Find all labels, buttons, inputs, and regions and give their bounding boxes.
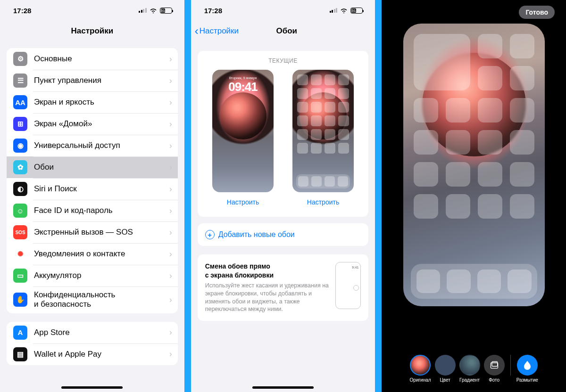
row-icon: ☰: [13, 74, 27, 88]
app-placeholder-icon: [478, 66, 502, 90]
customize-home-button[interactable]: Настроить: [307, 196, 340, 208]
option-color[interactable]: Цвет: [435, 355, 456, 383]
navbar: ‹ Настройки Обои: [191, 21, 375, 41]
row-label: Экран и яркость: [34, 98, 169, 107]
app-placeholder-icon: [414, 162, 438, 187]
app-placeholder-icon: [311, 88, 322, 99]
chevron-right-icon: ›: [169, 98, 172, 107]
settings-row[interactable]: ✋Конфиденциальность и безопасность›: [7, 286, 178, 313]
settings-row[interactable]: ☰Пункт управления›: [7, 70, 178, 91]
lock-screen-preview[interactable]: Вторник, 9 января 09:41: [212, 70, 274, 192]
app-placeholder-icon: [297, 115, 308, 126]
cellular-icon: [330, 8, 338, 13]
page-title: Настройки: [0, 21, 184, 41]
blur-icon: [517, 355, 538, 376]
row-label: Экран «Домой»: [34, 119, 169, 129]
settings-row[interactable]: ◐Siri и Поиск›: [7, 178, 178, 200]
big-dock: [411, 264, 537, 299]
app-placeholder-icon: [510, 194, 534, 219]
row-icon: ✋: [13, 293, 27, 307]
chevron-right-icon: ›: [169, 295, 172, 305]
row-label: Wallet и Apple Pay: [34, 350, 169, 359]
settings-row[interactable]: ▭Аккумулятор›: [7, 265, 178, 286]
row-icon: ✺: [13, 247, 27, 261]
chevron-right-icon: ›: [169, 327, 172, 337]
settings-row[interactable]: ⊞Экран «Домой»›: [7, 113, 178, 135]
settings-row[interactable]: SOSЭкстренный вызов — SOS›: [7, 221, 178, 243]
app-placeholder-icon: [478, 130, 502, 155]
app-placeholder-icon: [297, 143, 308, 154]
screen-wallpaper-settings: 17:28 31 ‹ Настройки Обои ТЕКУЩИЕ Вторни…: [191, 0, 375, 392]
settings-row[interactable]: ✿Обои›: [7, 156, 178, 178]
settings-row[interactable]: ⚙︎Основные›: [7, 48, 178, 70]
option-blur[interactable]: Размытие: [516, 355, 538, 383]
chevron-right-icon: ›: [169, 271, 172, 281]
app-placeholder-icon: [510, 34, 534, 58]
app-placeholder-icon: [478, 194, 502, 219]
settings-row[interactable]: ✺Уведомления о контакте›: [7, 243, 178, 265]
bottom-options: Оригинал Цвет Градиент Фото Размытие: [382, 355, 566, 383]
app-placeholder-icon: [297, 129, 308, 140]
app-placeholder-icon: [510, 162, 534, 187]
settings-row[interactable]: ◉Универсальный доступ›: [7, 135, 178, 156]
plus-circle-icon: +: [205, 230, 215, 239]
screen-customize-home: Готово Оригинал Цвет Градиент Фото: [382, 0, 566, 392]
app-placeholder-icon: [510, 98, 534, 122]
app-placeholder-icon: [414, 130, 438, 155]
home-indicator[interactable]: [252, 386, 314, 389]
settings-group-main: ⚙︎Основные›☰Пункт управления›AAЭкран и я…: [7, 48, 178, 313]
chevron-right-icon: ›: [169, 349, 172, 359]
chevron-right-icon: ›: [169, 141, 172, 151]
row-icon: ▭: [13, 269, 27, 283]
current-caption: ТЕКУЩИЕ: [204, 57, 362, 64]
app-placeholder-icon: [311, 102, 322, 113]
settings-row[interactable]: AApp Store›: [7, 322, 178, 343]
chevron-left-icon: ‹: [195, 24, 199, 38]
app-placeholder-icon: [325, 143, 335, 154]
tip-card: Смена обоев прямо с экрана блокировки Ис…: [198, 254, 369, 321]
add-wallpaper-button[interactable]: + Добавить новые обои: [198, 223, 369, 246]
row-icon: ▤: [13, 347, 27, 361]
option-photo[interactable]: Фото: [484, 355, 505, 383]
home-preview[interactable]: [403, 24, 545, 306]
settings-row[interactable]: ☺Face ID и код-пароль›: [7, 200, 178, 221]
nav-title: Обои: [206, 26, 367, 36]
row-icon: A: [13, 326, 27, 340]
big-grid: [414, 34, 534, 219]
tip-illustration: 9:41: [335, 262, 361, 309]
app-placeholder-icon: [446, 130, 470, 155]
widget-placeholder: [414, 34, 470, 90]
app-placeholder-icon: [478, 162, 502, 187]
option-gradient[interactable]: Градиент: [459, 355, 480, 383]
home-indicator[interactable]: [61, 386, 123, 389]
customize-lock-button[interactable]: Настроить: [226, 196, 259, 208]
app-placeholder-icon: [338, 115, 349, 126]
screen-settings: 17:28 31 Настройки ⚙︎Основные›☰Пункт упр…: [0, 0, 184, 392]
row-label: App Store: [34, 328, 169, 337]
app-placeholder-icon: [338, 143, 349, 154]
current-wallpaper-card: ТЕКУЩИЕ Вторник, 9 января 09:41 Настроит…: [198, 51, 369, 217]
app-placeholder-icon: [325, 115, 335, 126]
app-placeholder-icon: [510, 130, 534, 155]
chevron-right-icon: ›: [169, 76, 172, 86]
row-icon: ☺: [13, 204, 27, 218]
cellular-icon: [139, 8, 147, 13]
tip-body: Используйте жест касания и удерживания н…: [205, 282, 329, 314]
option-original[interactable]: Оригинал: [410, 355, 431, 383]
home-screen-preview[interactable]: [292, 70, 354, 192]
app-placeholder-icon: [325, 88, 335, 99]
settings-row[interactable]: ▤Wallet и Apple Pay›: [7, 343, 178, 365]
gradient-swatch-icon: [459, 355, 480, 376]
status-bar: 17:28 31: [191, 0, 375, 21]
app-placeholder-icon: [311, 74, 322, 85]
app-placeholder-icon: [478, 34, 502, 58]
settings-row[interactable]: AAЭкран и яркость›: [7, 91, 178, 113]
row-label: Обои: [34, 163, 169, 172]
done-button[interactable]: Готово: [519, 6, 555, 19]
app-placeholder-icon: [338, 129, 349, 140]
row-label: Конфиденциальность и безопасность: [34, 290, 169, 310]
app-placeholder-icon: [297, 74, 308, 85]
row-label: Уведомления о контакте: [34, 249, 169, 259]
row-icon: ✿: [13, 160, 27, 174]
status-bar: 17:28 31: [0, 0, 184, 21]
